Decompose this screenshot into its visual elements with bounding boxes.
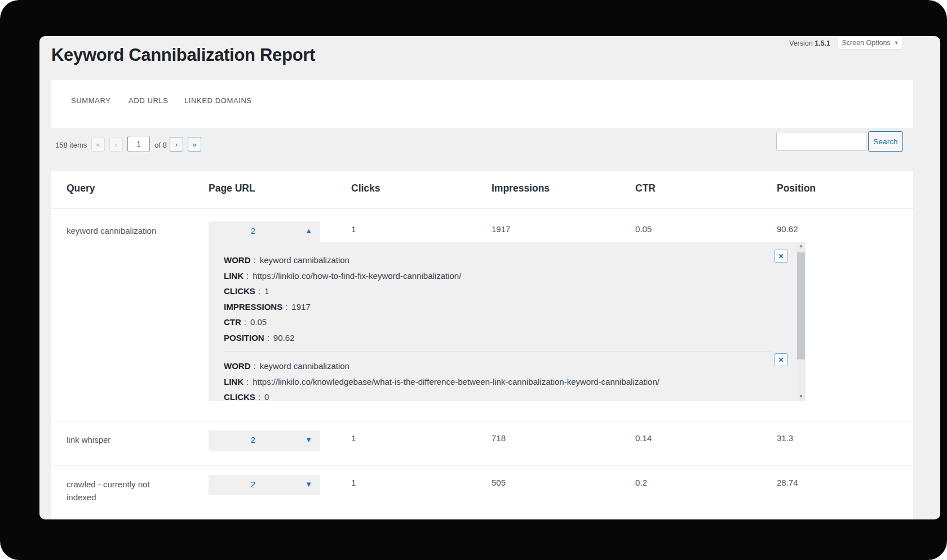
column-header-query: Query — [67, 183, 95, 194]
separator: : — [246, 377, 249, 386]
row-ctr: 0.05 — [635, 224, 652, 234]
tabs-bar: SUMMARY ADD URLS LINKED DOMAINS — [51, 80, 913, 128]
entry-clicks-value: 1 — [264, 286, 269, 296]
triangle-down-icon: ▼ — [305, 480, 312, 488]
separator: : — [258, 392, 260, 401]
tab-summary[interactable]: SUMMARY — [71, 96, 110, 105]
entry-word-value: keyword cannibalization — [260, 361, 349, 371]
column-header-page-url: Page URL — [209, 183, 255, 194]
entry-link-value: https://linkilo.co/how-to-find-fix-keywo… — [253, 271, 461, 281]
url-count-dropdown[interactable]: 2 ▼ — [209, 475, 320, 495]
separator: : — [254, 255, 256, 265]
row-divider — [51, 421, 913, 421]
entry-link-label: LINK — [224, 377, 244, 386]
row-divider — [51, 465, 913, 466]
row-query: link whisper — [67, 433, 171, 446]
row-position: 90.62 — [777, 224, 798, 234]
entry-ctr-line: CTR:0.05 — [224, 314, 772, 330]
entry-impressions-value: 1917 — [291, 302, 310, 312]
chevron-down-icon: ▼ — [894, 40, 899, 46]
row-clicks: 1 — [351, 433, 356, 443]
separator: : — [244, 317, 246, 327]
tab-linked-domains[interactable]: LINKED DOMAINS — [184, 96, 252, 105]
entry-clicks-line: CLICKS:1 — [224, 283, 772, 299]
scroll-up-icon[interactable]: ▲ — [796, 243, 806, 248]
prev-page-button[interactable]: ‹ — [109, 137, 123, 152]
row-query: crawled - currently not indexed — [67, 478, 167, 504]
version-label: Version — [789, 39, 813, 47]
entry-word-line: WORD:keyword cannibalization — [224, 252, 772, 268]
row-position: 28.74 — [777, 478, 798, 487]
row-clicks: 1 — [351, 478, 356, 487]
header-divider — [51, 208, 913, 209]
first-page-button[interactable]: « — [91, 137, 105, 152]
entry-link-line: LINK:https://linkilo.co/how-to-find-fix-… — [224, 268, 772, 284]
row-clicks: 1 — [351, 224, 356, 234]
separator: : — [258, 286, 260, 296]
row-position: 31.3 — [777, 433, 793, 443]
screenshot-root: Version 1.5.1 Screen Options ▼ Keyword C… — [0, 0, 947, 560]
entry-clicks-value: 0 — [264, 392, 269, 401]
next-page-button[interactable]: › — [170, 137, 183, 152]
column-header-position: Position — [777, 183, 816, 194]
entry-word-value: keyword cannibalization — [260, 255, 349, 265]
entry-link-line: LINK:https://linkilo.co/knowledgebase/wh… — [224, 374, 772, 390]
entry-position-value: 90.62 — [273, 333, 295, 343]
row-impressions: 718 — [492, 433, 506, 443]
entry-word-label: WORD — [224, 361, 251, 371]
triangle-up-icon: ▲ — [305, 226, 312, 235]
entry-clicks-label: CLICKS — [224, 286, 255, 296]
row-impressions: 1917 — [492, 224, 510, 234]
entry-position-line: POSITION:90.62 — [224, 330, 772, 346]
screen-options-button[interactable]: Screen Options ▼ — [838, 36, 903, 50]
entry-clicks-line: CLICKS:0 — [224, 389, 772, 401]
row-ctr: 0.14 — [635, 433, 652, 443]
version-text: Version 1.5.1 — [789, 39, 830, 47]
page-title: Keyword Cannibalization Report — [51, 45, 315, 65]
separator: : — [246, 271, 249, 281]
panel-entries: WORD:keyword cannibalization LINK:https:… — [209, 242, 806, 401]
column-header-ctr: CTR — [635, 183, 656, 194]
admin-page: Version 1.5.1 Screen Options ▼ Keyword C… — [39, 36, 940, 519]
screen-options-label: Screen Options — [842, 39, 890, 47]
entry-divider — [224, 352, 772, 352]
triangle-down-icon: ▼ — [305, 435, 312, 444]
entry-link-label: LINK — [224, 271, 244, 281]
entry-impressions-label: IMPRESSIONS — [224, 302, 282, 312]
separator: : — [254, 361, 256, 371]
entry-word-line: WORD:keyword cannibalization — [224, 358, 772, 374]
url-count-value: 2 — [209, 226, 298, 235]
entry-impressions-line: IMPRESSIONS:1917 — [224, 299, 772, 315]
entry-ctr-label: CTR — [224, 317, 241, 327]
total-pages-text: of 8 — [154, 141, 167, 149]
close-icon[interactable]: ✕ — [775, 250, 787, 263]
entry-word-label: WORD — [224, 255, 251, 265]
report-table: Query Page URL Clicks Impressions CTR Po… — [51, 171, 913, 519]
url-count-value: 2 — [209, 435, 298, 445]
row-ctr: 0.2 — [635, 478, 647, 487]
url-count-value: 2 — [209, 479, 298, 489]
last-page-button[interactable]: » — [188, 137, 201, 152]
search-button[interactable]: Search — [868, 131, 903, 152]
entry-position-label: POSITION — [224, 333, 264, 343]
current-page-input[interactable] — [127, 136, 150, 152]
column-header-impressions: Impressions — [492, 183, 550, 194]
entry-link-value: https://linkilo.co/knowledgebase/what-is… — [253, 377, 660, 386]
items-count: 158 items — [55, 141, 87, 149]
url-count-dropdown[interactable]: 2 ▲ — [209, 221, 320, 242]
column-header-clicks: Clicks — [351, 183, 380, 194]
entry-clicks-label: CLICKS — [224, 392, 255, 401]
tab-add-urls[interactable]: ADD URLS — [129, 96, 169, 105]
separator: : — [285, 302, 287, 312]
url-count-dropdown[interactable]: 2 ▼ — [209, 430, 320, 451]
scroll-down-icon[interactable]: ▼ — [796, 394, 806, 399]
entry-ctr-value: 0.05 — [250, 317, 267, 327]
scrollbar-thumb[interactable] — [797, 252, 805, 359]
expanded-url-panel: WORD:keyword cannibalization LINK:https:… — [209, 242, 806, 401]
separator: : — [267, 333, 269, 343]
row-query: keyword cannibalization — [67, 224, 171, 237]
search-input[interactable] — [776, 132, 866, 151]
close-icon[interactable]: ✕ — [775, 353, 787, 366]
panel-scrollbar[interactable]: ▲ ▼ — [796, 242, 806, 401]
version-number: 1.5.1 — [815, 39, 830, 47]
